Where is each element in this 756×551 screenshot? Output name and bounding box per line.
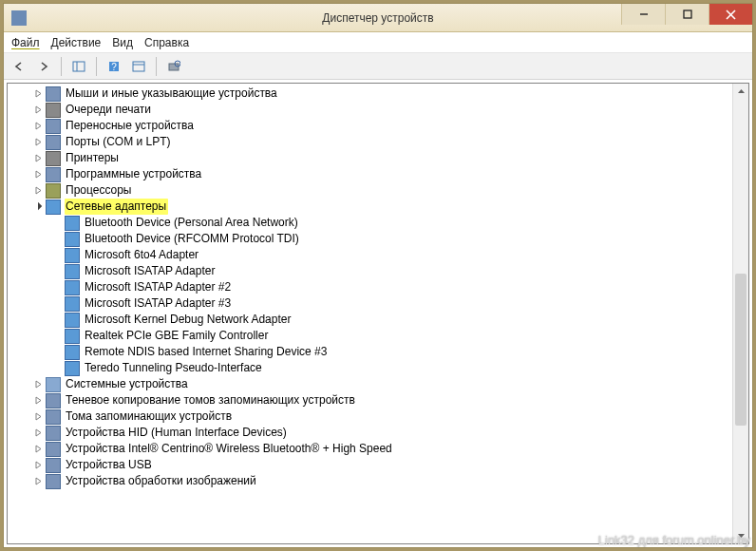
tree-category[interactable]: Процессоры bbox=[8, 182, 732, 199]
tree-category[interactable]: Мыши и иные указывающие устройства bbox=[8, 86, 732, 102]
maximize-button[interactable] bbox=[665, 4, 709, 25]
expand-arrow-icon[interactable] bbox=[32, 444, 44, 455]
close-button[interactable] bbox=[709, 4, 752, 25]
svg-rect-10 bbox=[169, 64, 179, 70]
tree-category-label: Принтеры bbox=[65, 150, 119, 166]
svg-rect-1 bbox=[684, 10, 691, 18]
device-tree[interactable]: Мыши и иные указывающие устройстваОчеред… bbox=[8, 84, 732, 543]
network-adapter-icon bbox=[65, 280, 80, 295]
tree-category-label: Системные устройства bbox=[65, 376, 188, 392]
forward-button[interactable] bbox=[32, 55, 55, 78]
tree-category[interactable]: Принтеры bbox=[8, 150, 732, 166]
scroll-down-button[interactable] bbox=[733, 527, 748, 543]
scan-hardware-button[interactable] bbox=[162, 55, 185, 78]
tree-device-label: Remote NDIS based Internet Sharing Devic… bbox=[84, 344, 327, 360]
tree-device[interactable]: Microsoft 6to4 Adapter bbox=[8, 247, 732, 263]
soft-icon bbox=[46, 167, 61, 182]
printer-icon bbox=[46, 103, 61, 118]
tree-device[interactable]: Microsoft Kernel Debug Network Adapter bbox=[8, 312, 732, 328]
vertical-scrollbar[interactable] bbox=[732, 84, 748, 543]
tree-device[interactable]: Remote NDIS based Internet Sharing Devic… bbox=[8, 344, 732, 360]
tree-category[interactable]: Программные устройства bbox=[8, 166, 732, 182]
tree-device[interactable]: Teredo Tunneling Pseudo-Interface bbox=[8, 360, 732, 376]
minimize-button[interactable] bbox=[621, 4, 665, 25]
disk-icon bbox=[46, 393, 61, 408]
expand-arrow-icon[interactable] bbox=[32, 104, 44, 116]
menu-file[interactable]: Файл bbox=[11, 36, 40, 49]
expand-arrow-icon[interactable] bbox=[32, 121, 44, 132]
toolbar-separator bbox=[61, 57, 62, 76]
network-adapter-icon bbox=[65, 264, 80, 279]
network-adapter-icon bbox=[65, 329, 80, 344]
tree-category[interactable]: Устройства HID (Human Interface Devices) bbox=[8, 425, 732, 441]
toolbar: ? bbox=[4, 53, 752, 80]
menu-view[interactable]: Вид bbox=[112, 36, 133, 49]
tree-category-label: Устройства HID (Human Interface Devices) bbox=[65, 425, 287, 441]
scroll-thumb[interactable] bbox=[735, 274, 747, 426]
network-adapter-icon bbox=[65, 216, 80, 231]
tree-device[interactable]: Microsoft ISATAP Adapter bbox=[8, 263, 732, 279]
tree-device[interactable]: Realtek PCIe GBE Family Controller bbox=[8, 328, 732, 344]
tree-category[interactable]: Переносные устройства bbox=[8, 118, 732, 134]
portable-icon bbox=[46, 119, 61, 134]
scroll-up-button[interactable] bbox=[733, 84, 748, 100]
tree-device-label: Microsoft 6to4 Adapter bbox=[84, 247, 198, 263]
tree-device-label: Realtek PCIe GBE Family Controller bbox=[84, 328, 268, 344]
show-hide-tree-button[interactable] bbox=[67, 55, 90, 78]
title-bar[interactable]: Диспетчер устройств bbox=[4, 4, 752, 32]
expand-arrow-icon[interactable] bbox=[32, 88, 44, 100]
expand-arrow-icon[interactable] bbox=[32, 460, 44, 471]
tree-category[interactable]: Системные устройства bbox=[8, 376, 732, 392]
menu-action[interactable]: Действие bbox=[51, 36, 102, 49]
tree-category[interactable]: Очереди печати bbox=[8, 102, 732, 118]
tree-device-label: Bluetooth Device (RFCOMM Protocol TDI) bbox=[84, 231, 299, 247]
tree-device-label: Microsoft ISATAP Adapter bbox=[84, 263, 215, 279]
tree-panel: Мыши и иные указывающие устройстваОчеред… bbox=[7, 83, 749, 544]
expand-arrow-icon[interactable] bbox=[32, 411, 44, 423]
expand-arrow-icon[interactable] bbox=[32, 185, 44, 197]
app-icon bbox=[11, 10, 27, 26]
help-button[interactable]: ? bbox=[103, 55, 125, 78]
collapse-arrow-icon[interactable] bbox=[32, 201, 44, 213]
tree-device-label: Microsoft ISATAP Adapter #3 bbox=[84, 295, 231, 312]
tree-device[interactable]: Microsoft ISATAP Adapter #2 bbox=[8, 279, 732, 295]
tree-category[interactable]: Устройства Intel® Centrino® Wireless Blu… bbox=[8, 441, 732, 457]
tree-category-label: Устройства Intel® Centrino® Wireless Blu… bbox=[65, 441, 392, 457]
tree-category[interactable]: Устройства обработки изображений bbox=[8, 473, 732, 489]
mouse-icon bbox=[46, 86, 61, 102]
back-button[interactable] bbox=[8, 55, 30, 78]
tree-device-label: Microsoft Kernel Debug Network Adapter bbox=[84, 312, 291, 328]
tree-device[interactable]: Bluetooth Device (RFCOMM Protocol TDI) bbox=[8, 231, 732, 247]
tree-category[interactable]: Теневое копирование томов запоминающих у… bbox=[8, 392, 732, 408]
tree-category[interactable]: Сетевые адаптеры bbox=[8, 199, 732, 215]
img-icon bbox=[46, 474, 61, 489]
svg-text:?: ? bbox=[111, 62, 117, 72]
network-adapter-icon bbox=[65, 361, 80, 376]
expand-arrow-icon[interactable] bbox=[32, 395, 44, 407]
menu-bar: Файл Действие Вид Справка bbox=[4, 32, 752, 53]
expand-arrow-icon[interactable] bbox=[32, 153, 44, 164]
properties-button[interactable] bbox=[127, 55, 150, 78]
expand-arrow-icon[interactable] bbox=[32, 379, 44, 390]
svg-rect-4 bbox=[73, 62, 85, 71]
expand-arrow-icon[interactable] bbox=[32, 428, 44, 439]
tree-device[interactable]: Microsoft ISATAP Adapter #3 bbox=[8, 295, 732, 312]
expand-arrow-icon[interactable] bbox=[32, 137, 44, 148]
tree-category[interactable]: Устройства USB bbox=[8, 457, 732, 473]
sys-icon bbox=[46, 377, 61, 392]
network-adapter-icon bbox=[65, 313, 80, 328]
window-controls bbox=[621, 4, 752, 25]
network-adapter-icon bbox=[65, 248, 80, 263]
expand-arrow-icon[interactable] bbox=[32, 476, 44, 487]
tree-category-label: Мыши и иные указывающие устройства bbox=[65, 86, 277, 102]
tree-category-label: Программные устройства bbox=[65, 166, 201, 182]
toolbar-separator bbox=[156, 57, 157, 76]
tree-device[interactable]: Bluetooth Device (Personal Area Network) bbox=[8, 215, 732, 231]
expand-arrow-icon[interactable] bbox=[32, 169, 44, 180]
tree-category[interactable]: Порты (COM и LPT) bbox=[8, 134, 732, 150]
chip-icon bbox=[46, 183, 61, 199]
tree-category-label: Процессоры bbox=[65, 182, 132, 199]
tree-category[interactable]: Тома запоминающих устройств bbox=[8, 408, 732, 425]
menu-help[interactable]: Справка bbox=[144, 36, 189, 49]
tree-device-label: Microsoft ISATAP Adapter #2 bbox=[84, 279, 231, 295]
